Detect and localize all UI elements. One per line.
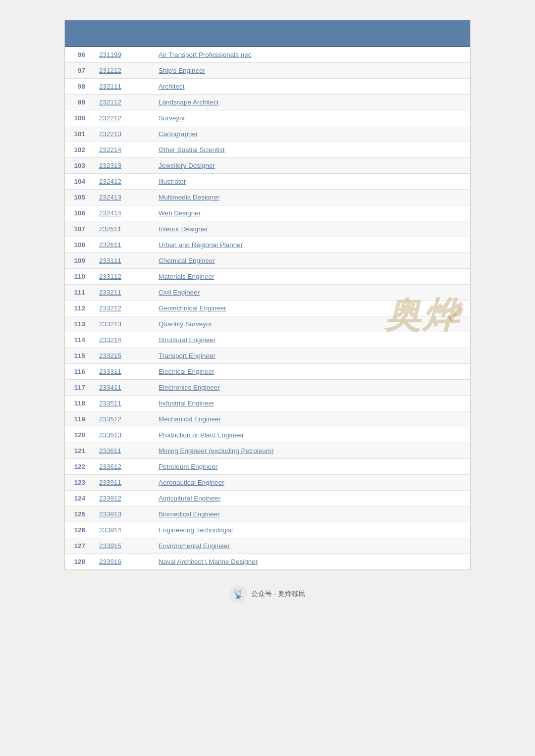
table-row: 115233215Transport Engineer: [65, 348, 470, 364]
row-occupation: Ship's Engineer: [152, 63, 470, 79]
row-occupation-link[interactable]: Biomedical Engineer: [159, 510, 220, 518]
row-code-link[interactable]: 233411: [99, 384, 121, 391]
row-num: 105: [65, 190, 92, 205]
row-code-link[interactable]: 231212: [99, 67, 121, 74]
row-occupation-link[interactable]: Aeronautical Engineer: [159, 479, 224, 486]
row-code: 233511: [92, 396, 152, 411]
row-occupation-link[interactable]: Production or Plant Engineer: [159, 431, 244, 439]
row-occupation-link[interactable]: Quantity Surveyor: [159, 320, 212, 328]
row-occupation: Surveyor: [152, 110, 470, 126]
row-occupation-link[interactable]: Cartographer: [159, 130, 198, 138]
row-code-link[interactable]: 232214: [99, 146, 121, 153]
row-code-link[interactable]: 232212: [99, 114, 121, 122]
row-occupation-link[interactable]: Structural Engineer: [159, 336, 216, 344]
row-code-link[interactable]: 233913: [99, 510, 121, 518]
row-code-link[interactable]: 232413: [99, 194, 121, 201]
row-occupation-link[interactable]: Geotechnical Engineer: [159, 304, 226, 312]
row-occupation-link[interactable]: Surveyor: [159, 114, 185, 122]
table-row: 127233915Environmental Engineer: [65, 538, 470, 554]
row-occupation: Interior Designer: [152, 221, 470, 237]
row-code-link[interactable]: 233112: [99, 273, 121, 280]
row-occupation-link[interactable]: Chemical Engineer: [159, 257, 215, 264]
row-code-link[interactable]: 233212: [99, 304, 121, 312]
table-row: 99232112Landscape Architect: [65, 95, 470, 110]
row-occupation: Landscape Architect: [152, 95, 470, 110]
row-occupation: Petroleum Engineer: [152, 459, 470, 475]
row-code-link[interactable]: 232112: [99, 99, 121, 106]
row-num: 128: [65, 554, 92, 570]
table-row: 121233611Mining Engineer (excluding Petr…: [65, 443, 470, 459]
row-code: 233112: [92, 269, 152, 285]
row-occupation-link[interactable]: Landscape Architect: [159, 99, 219, 106]
row-code-link[interactable]: 232111: [99, 83, 121, 90]
row-code-link[interactable]: 233311: [99, 368, 121, 375]
row-occupation-link[interactable]: Materials Engineer: [159, 273, 214, 280]
row-occupation-link[interactable]: Air Transport Professionals nec: [159, 51, 252, 58]
row-code-link[interactable]: 233914: [99, 526, 121, 534]
row-code-link[interactable]: 232213: [99, 130, 121, 138]
row-code-link[interactable]: 233611: [99, 447, 121, 454]
row-code-link[interactable]: 233512: [99, 415, 121, 423]
table-row: 107232511Interior Designer: [65, 221, 470, 237]
row-code-link[interactable]: 232412: [99, 178, 121, 185]
row-occupation-link[interactable]: Electronics Engineer: [159, 384, 220, 391]
table-row: 125233913Biomedical Engineer: [65, 506, 470, 522]
row-occupation-link[interactable]: Agricultural Engineer: [159, 495, 220, 502]
row-occupation-link[interactable]: Engineering Technologist: [159, 526, 233, 534]
row-code: 233411: [92, 380, 152, 396]
row-occupation-link[interactable]: Mining Engineer (excluding Petroleum): [159, 447, 274, 454]
row-occupation-link[interactable]: Jewellery Designer: [159, 162, 215, 169]
row-occupation: Biomedical Engineer: [152, 506, 470, 522]
row-code-link[interactable]: 233511: [99, 400, 121, 407]
row-occupation-link[interactable]: Petroleum Engineer: [159, 463, 217, 470]
row-code-link[interactable]: 232611: [99, 241, 121, 249]
row-occupation-link[interactable]: Web Designer: [159, 209, 201, 217]
table-wrapper: ANZSCO code Occupation 96231199Air Trans…: [65, 20, 470, 570]
table-row: 122233612Petroleum Engineer: [65, 459, 470, 475]
row-code-link[interactable]: 233214: [99, 336, 121, 344]
row-occupation-link[interactable]: Naval Architect \ Marine Designer: [159, 558, 258, 565]
row-code: 231212: [92, 63, 152, 79]
row-num: 119: [65, 411, 92, 427]
row-code-link[interactable]: 232511: [99, 225, 121, 233]
row-occupation-link[interactable]: Industrial Engineer: [159, 400, 214, 407]
row-occupation: Materials Engineer: [152, 269, 470, 285]
row-occupation-link[interactable]: Electrical Engineer: [159, 368, 214, 375]
row-occupation-link[interactable]: Transport Engineer: [159, 352, 215, 359]
row-occupation-link[interactable]: Urban and Regional Planner: [159, 241, 243, 249]
row-code-link[interactable]: 233911: [99, 479, 121, 486]
table-row: 104232412Illustrator: [65, 174, 470, 190]
row-occupation-link[interactable]: Illustrator: [159, 178, 186, 185]
row-occupation-link[interactable]: Environmental Engineer: [159, 542, 230, 550]
row-code-link[interactable]: 231199: [99, 51, 121, 58]
col-header-code-link[interactable]: ANZSCO code: [99, 25, 128, 41]
footer-label: 公众号 · 奥烨移民: [251, 590, 306, 599]
col-header-occupation-link[interactable]: Occupation: [159, 29, 197, 37]
row-code-link[interactable]: 233513: [99, 431, 121, 439]
row-occupation-link[interactable]: Ship's Engineer: [159, 67, 205, 74]
row-code-link[interactable]: 233213: [99, 320, 121, 328]
row-code-link[interactable]: 233211: [99, 289, 121, 296]
row-occupation-link[interactable]: Multimedia Designer: [159, 194, 219, 201]
row-occupation-link[interactable]: Other Spatial Scientist: [159, 146, 225, 153]
row-occupation: Jewellery Designer: [152, 158, 470, 174]
row-occupation-link[interactable]: Civil Engineer: [159, 289, 200, 296]
row-code: 232511: [92, 221, 152, 237]
row-occupation: Illustrator: [152, 174, 470, 190]
row-code-link[interactable]: 233111: [99, 257, 121, 264]
row-code-link[interactable]: 233915: [99, 542, 121, 550]
row-code-link[interactable]: 233916: [99, 558, 121, 565]
row-occupation-link[interactable]: Architect: [159, 83, 185, 90]
row-code-link[interactable]: 233612: [99, 463, 121, 470]
row-occupation: Urban and Regional Planner: [152, 237, 470, 253]
row-num: 102: [65, 142, 92, 158]
row-code-link[interactable]: 233912: [99, 495, 121, 502]
row-code-link[interactable]: 233215: [99, 352, 121, 359]
row-code-link[interactable]: 232414: [99, 209, 121, 217]
row-num: 97: [65, 63, 92, 79]
row-num: 116: [65, 364, 92, 380]
row-code-link[interactable]: 232313: [99, 162, 121, 169]
row-code: 233911: [92, 475, 152, 491]
row-occupation-link[interactable]: Interior Designer: [159, 225, 208, 233]
row-occupation-link[interactable]: Mechanical Engineer: [159, 415, 221, 423]
